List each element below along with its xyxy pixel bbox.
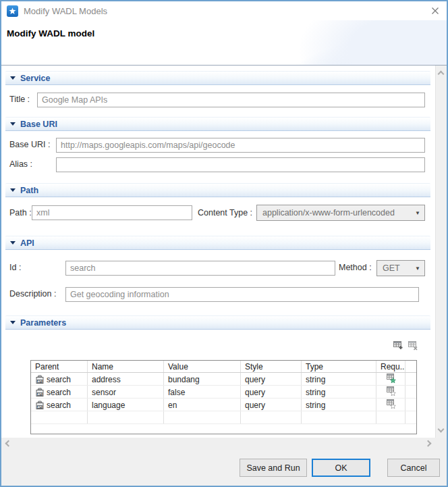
cell-name[interactable]: sensor xyxy=(88,386,164,398)
table-remove-icon[interactable] xyxy=(407,339,418,351)
scroll-right-icon[interactable] xyxy=(425,440,432,447)
dialog-banner: Modify WADL model xyxy=(1,20,447,66)
cell-name[interactable]: address xyxy=(88,373,164,385)
cell-spacer xyxy=(405,373,416,385)
base-uri-input[interactable] xyxy=(56,138,425,153)
method-value: GET xyxy=(383,263,400,273)
cell-value[interactable]: en xyxy=(164,399,241,411)
close-icon[interactable] xyxy=(430,5,441,16)
section-header-service[interactable]: Service xyxy=(5,71,430,85)
description-input[interactable] xyxy=(65,287,419,302)
collapse-arrow-icon xyxy=(10,188,16,192)
section-title-parameters: Parameters xyxy=(20,318,66,328)
cell-type[interactable]: string xyxy=(302,373,376,385)
section-title-service: Service xyxy=(20,74,50,83)
parameters-table: Parent Name Value Style Type Requ... API… xyxy=(30,360,417,434)
method-dropdown[interactable]: GET ▼ xyxy=(376,260,425,276)
parameter-row-empty[interactable] xyxy=(31,411,416,424)
path-label: Path : xyxy=(9,208,32,217)
column-header-spacer xyxy=(405,361,416,372)
table-star-icon[interactable] xyxy=(385,399,396,411)
svg-text:API: API xyxy=(37,405,42,409)
cell-style[interactable]: query xyxy=(241,399,302,411)
content-type-label: Content Type : xyxy=(198,208,252,217)
wadl-star-icon xyxy=(7,5,18,17)
section-header-api[interactable]: API xyxy=(5,236,430,250)
vertical-scrollbar[interactable] xyxy=(435,66,447,438)
cell-required[interactable] xyxy=(376,399,405,411)
section-title-api: API xyxy=(20,238,34,248)
section-header-parameters[interactable]: Parameters xyxy=(5,315,430,330)
base-uri-label: Base URI : xyxy=(9,140,50,149)
method-label: Method : xyxy=(339,263,372,272)
cell-parent[interactable]: API search xyxy=(31,399,88,411)
title-bar: Modify WADL Models xyxy=(1,1,447,20)
alias-input[interactable] xyxy=(56,157,425,172)
form-scroll-area: Service Title : Base URI Base URI : Alia… xyxy=(1,66,447,438)
description-label: Description : xyxy=(9,289,56,299)
column-header-style[interactable]: Style xyxy=(241,361,302,372)
parameters-table-header: Parent Name Value Style Type Requ... xyxy=(31,361,416,373)
section-header-base-uri[interactable]: Base URI xyxy=(5,117,430,131)
api-icon: API xyxy=(35,388,45,397)
section-title-base-uri: Base URI xyxy=(20,120,57,129)
id-label: Id : xyxy=(9,263,21,272)
svg-text:API: API xyxy=(37,392,42,396)
parameter-row[interactable]: API searchlanguageenquerystring xyxy=(31,399,416,411)
cell-parent[interactable]: API search xyxy=(31,373,88,385)
alias-label: Alias : xyxy=(9,159,32,169)
scroll-up-icon[interactable] xyxy=(438,71,445,78)
collapse-arrow-icon xyxy=(10,241,16,245)
scroll-left-icon[interactable] xyxy=(5,440,12,447)
cell-type[interactable]: string xyxy=(302,399,376,411)
scroll-down-icon[interactable] xyxy=(438,426,445,433)
cell-parent[interactable]: API search xyxy=(31,386,88,398)
table-add-icon[interactable] xyxy=(392,339,403,351)
api-id-input[interactable] xyxy=(65,261,335,276)
api-icon: API xyxy=(35,401,45,410)
banner-swoosh-decoration-2 xyxy=(298,20,447,66)
path-input[interactable] xyxy=(32,205,192,220)
cell-type[interactable]: string xyxy=(302,386,376,398)
title-label: Title : xyxy=(9,95,30,104)
page-title: Modify WADL model xyxy=(7,28,94,39)
service-title-input[interactable] xyxy=(37,93,425,107)
modify-wadl-dialog: Modify WADL Models Modify WADL model Ser… xyxy=(0,0,448,487)
chevron-down-icon: ▼ xyxy=(415,210,420,216)
cell-required[interactable] xyxy=(376,373,405,385)
column-header-type[interactable]: Type xyxy=(302,361,376,372)
chevron-down-icon: ▼ xyxy=(415,265,420,272)
collapse-arrow-icon xyxy=(10,321,16,324)
column-header-name[interactable]: Name xyxy=(88,361,164,372)
parameter-row[interactable]: API searchaddressbundangquerystring xyxy=(31,373,416,386)
content-type-dropdown[interactable]: application/x-www-form-urlencoded ▼ xyxy=(256,205,425,221)
cell-style[interactable]: query xyxy=(241,386,302,398)
button-bar: Save and Run OK Cancel xyxy=(1,450,447,486)
cell-value[interactable]: bundang xyxy=(164,373,241,385)
cell-spacer xyxy=(405,399,416,411)
cancel-button[interactable]: Cancel xyxy=(387,459,440,477)
svg-text:API: API xyxy=(37,380,42,383)
column-header-parent[interactable]: Parent xyxy=(31,361,88,372)
section-title-path: Path xyxy=(20,186,38,195)
api-icon: API xyxy=(35,375,45,384)
collapse-arrow-icon xyxy=(10,76,16,80)
parameter-row[interactable]: API searchsensorfalsequerystring xyxy=(31,386,416,399)
save-and-run-button[interactable]: Save and Run xyxy=(240,459,307,477)
cell-value[interactable]: false xyxy=(164,386,241,398)
table-star-icon[interactable] xyxy=(385,373,396,385)
collapse-arrow-icon xyxy=(10,122,16,126)
column-header-value[interactable]: Value xyxy=(164,361,241,372)
section-header-path[interactable]: Path xyxy=(5,183,430,197)
cell-style[interactable]: query xyxy=(241,373,302,385)
column-header-required[interactable]: Requ... xyxy=(376,361,405,372)
cell-name[interactable]: language xyxy=(88,399,164,411)
horizontal-scrollbar[interactable] xyxy=(1,438,447,450)
table-star-icon[interactable] xyxy=(385,386,396,398)
cell-spacer xyxy=(405,386,416,398)
ok-button[interactable]: OK xyxy=(312,459,370,477)
cell-required[interactable] xyxy=(376,386,405,398)
window-title: Modify WADL Models xyxy=(24,6,107,16)
content-type-value: application/x-www-form-urlencoded xyxy=(262,208,395,217)
